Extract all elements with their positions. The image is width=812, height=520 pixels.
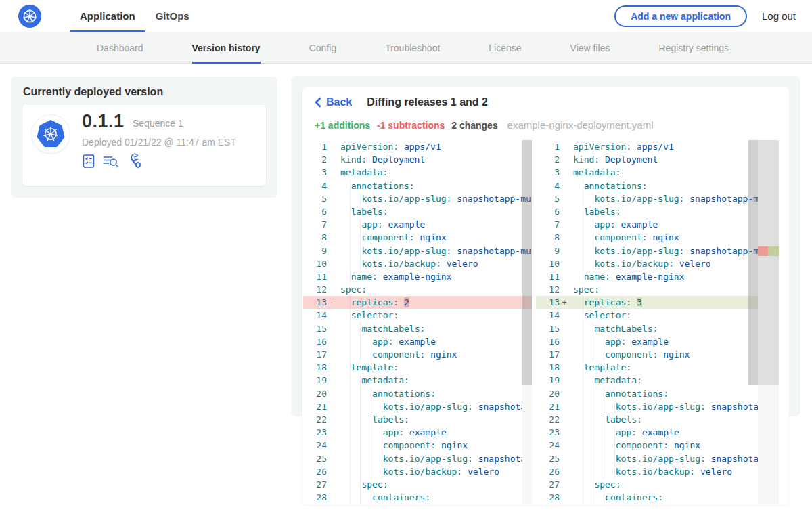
diff-filename: example-nginx-deployment.yaml: [508, 119, 654, 131]
line-number-gutter: 25: [303, 452, 336, 465]
version-action-icons: [82, 153, 143, 169]
indent-guide: [593, 439, 593, 452]
line-number-gutter: 6: [303, 205, 336, 218]
code-line-19: 19metadata:: [303, 374, 532, 387]
code-line-12: 12spec:: [303, 283, 532, 296]
indent-guide: [604, 426, 604, 439]
code-line-9: 9kots.io/app-slug: snapshotapp-mu: [536, 244, 779, 257]
indent-guide: [583, 387, 583, 400]
subnav-tab-license[interactable]: License: [489, 32, 521, 64]
indent-guide: [593, 478, 593, 491]
indent-guide: [360, 491, 361, 504]
code-line-26: 26kots.io/backup: velero: [536, 465, 779, 478]
code-line-14: 14selector:: [536, 309, 779, 322]
line-number-gutter: 27: [536, 478, 569, 491]
code-line-11: 11name: example-nginx: [536, 270, 779, 283]
active-subnav-underline: [192, 62, 261, 64]
deployed-version-inner-card: 0.1.1 Sequence 1 Deployed 01/21/22 @ 11:…: [22, 104, 267, 186]
subnav-tab-troubleshoot[interactable]: Troubleshoot: [385, 32, 440, 64]
indent-guide: [350, 257, 351, 270]
indent-guide: [350, 400, 351, 413]
indent-guide: [371, 452, 371, 465]
indent-guide: [593, 465, 593, 478]
code-line-6: 6labels:: [536, 205, 779, 218]
line-number-gutter: 7: [536, 218, 569, 231]
indent-guide: [350, 413, 351, 426]
indent-guide: [350, 491, 351, 504]
indent-guide: [583, 205, 583, 218]
diff-view-icon[interactable]: [102, 154, 120, 169]
indent-guide: [350, 439, 351, 452]
line-number-gutter: 20: [536, 387, 569, 400]
line-number-gutter: 15: [536, 322, 569, 335]
app-kubernetes-icon: [32, 115, 70, 153]
code-line-27: 27spec:: [303, 478, 532, 491]
code-line-2: 2kind: Deployment: [303, 153, 532, 166]
indent-guide: [360, 452, 361, 465]
code-line-1: 1apiVersion: apps/v1: [303, 140, 532, 153]
line-number-gutter: 22: [303, 413, 336, 426]
indent-guide: [593, 413, 593, 426]
deployed-version-card: Currently deployed version 0.1.1 Sequenc…: [11, 77, 277, 198]
tab-application[interactable]: Application: [70, 0, 145, 32]
version-number: 0.1.1: [82, 111, 125, 132]
line-number-gutter: 15: [303, 322, 336, 335]
checklist-icon[interactable]: [82, 154, 96, 169]
indent-guide: [583, 374, 583, 387]
logout-button[interactable]: Log out: [762, 10, 796, 22]
subnav-tab-dashboard[interactable]: Dashboard: [97, 32, 143, 64]
tab-gitops[interactable]: GitOps: [145, 0, 200, 32]
scrollbar-thumb[interactable]: [522, 140, 532, 385]
indent-guide: [593, 218, 593, 231]
top-tabs: Application GitOps: [70, 0, 200, 32]
indent-guide: [593, 322, 593, 335]
line-number-gutter: 11: [303, 270, 336, 283]
subnav-tab-version-history[interactable]: Version history: [192, 32, 261, 64]
indent-guide: [350, 374, 351, 387]
line-number-gutter: 2: [536, 153, 569, 166]
line-number-gutter: 17: [536, 348, 569, 361]
indent-guide: [583, 309, 583, 322]
code-line-10: 10kots.io/backup: velero: [303, 257, 532, 270]
line-number-gutter: 9: [536, 244, 569, 257]
ruler-deletion-marker: [758, 246, 768, 256]
code-line-17: 17component: nginx: [303, 348, 532, 361]
code-line-5: 5kots.io/app-slug: snapshotapp-mu: [303, 192, 532, 205]
code-line-16: 16app: example: [303, 335, 532, 348]
indent-guide: [371, 491, 371, 504]
indent-guide: [593, 426, 593, 439]
line-number-gutter: 17: [303, 348, 336, 361]
code-line-28: 28containers:: [303, 491, 532, 504]
line-number-gutter: 28: [303, 491, 336, 504]
code-line-28: 28containers:: [536, 491, 779, 504]
indent-guide: [360, 348, 361, 361]
add-application-button[interactable]: Add a new application: [614, 5, 747, 27]
scrollbar-thumb[interactable]: [748, 140, 758, 385]
line-number-gutter: 4: [303, 179, 336, 192]
line-number-gutter: 8: [303, 231, 336, 244]
line-number-gutter: 14: [303, 309, 336, 322]
subnav-tab-view-files[interactable]: View files: [570, 32, 610, 64]
back-button[interactable]: Back: [315, 96, 352, 108]
indent-guide: [583, 192, 583, 205]
indent-guide: [360, 374, 361, 387]
indent-guide: [593, 491, 593, 504]
indent-guide: [604, 413, 604, 426]
subnav-tab-config[interactable]: Config: [309, 32, 336, 64]
line-number-gutter: 18: [536, 361, 569, 374]
diff-pane-modified[interactable]: 1apiVersion: apps/v12kind: Deployment3me…: [536, 140, 779, 504]
line-number-gutter: 25: [536, 452, 569, 465]
indent-guide: [604, 452, 604, 465]
diff-pane-original[interactable]: 1apiVersion: apps/v12kind: Deployment3me…: [303, 140, 532, 504]
indent-guide: [604, 491, 604, 504]
overview-ruler: [758, 140, 779, 385]
code-line-23: 23app: example: [303, 426, 532, 439]
indent-guide: [382, 452, 382, 465]
subnav-tab-registry-settings[interactable]: Registry settings: [658, 32, 728, 64]
code-line-22: 22labels:: [536, 413, 779, 426]
line-number-gutter: 19: [303, 374, 336, 387]
indent-guide: [350, 478, 351, 491]
code-line-9: 9kots.io/app-slug: snapshotapp-mu: [303, 244, 532, 257]
wrench-gear-icon[interactable]: [127, 153, 143, 169]
line-number-gutter: 5: [303, 192, 336, 205]
